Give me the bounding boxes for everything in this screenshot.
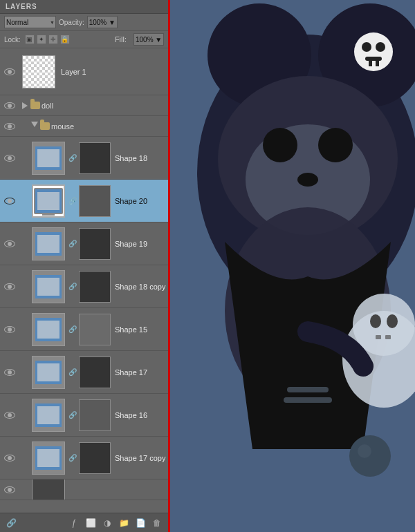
svg-point-11 bbox=[376, 42, 385, 52]
thumb-shape20 bbox=[30, 183, 66, 219]
thumbnail-shape18copy bbox=[32, 270, 65, 303]
eye-doll[interactable] bbox=[0, 102, 19, 109]
triangle-icon-doll[interactable] bbox=[22, 102, 28, 109]
screen-inner-shape18 bbox=[37, 149, 59, 167]
layer-row-shape16[interactable]: 🔗 Shape 16 bbox=[0, 394, 168, 437]
svg-rect-14 bbox=[376, 61, 379, 66]
layer-row-shape18copy[interactable]: 🔗 Shape 18 copy bbox=[0, 265, 168, 308]
opacity-box[interactable]: 100% ▼ bbox=[87, 16, 118, 28]
panel-header: LAYERS bbox=[0, 0, 168, 14]
eye-shape15[interactable] bbox=[0, 326, 19, 333]
layer-row-shape15[interactable]: 🔗 Shape 15 bbox=[0, 308, 168, 351]
eye-icon-partial[interactable] bbox=[4, 486, 15, 493]
thumb-shape17copy bbox=[30, 440, 66, 476]
lock-transparent-icon[interactable]: ▣ bbox=[25, 35, 35, 44]
svg-point-23 bbox=[358, 444, 371, 458]
eye-layer1[interactable] bbox=[0, 68, 19, 75]
eye-icon-shape19[interactable] bbox=[4, 240, 15, 247]
eye-icon-shape20[interactable] bbox=[4, 198, 15, 205]
layer-name-layer1: Layer 1 bbox=[58, 68, 168, 76]
eye-icon-shape17[interactable] bbox=[4, 369, 15, 376]
link-shape18copy: 🔗 bbox=[68, 283, 77, 290]
eye-shape17copy[interactable] bbox=[0, 455, 19, 462]
folder-doll bbox=[30, 102, 40, 109]
eye-icon-doll[interactable] bbox=[4, 102, 15, 109]
footer-left-icons: 🔗 bbox=[6, 517, 17, 529]
layer-row-shape19[interactable]: 🔗 Shape 19 bbox=[0, 222, 168, 265]
eye-icon-shape15[interactable] bbox=[4, 326, 15, 333]
thumb-shape15 bbox=[30, 312, 66, 348]
screen-shape17copy bbox=[34, 445, 63, 471]
svg-point-6 bbox=[263, 128, 297, 162]
screen-inner-shape19 bbox=[37, 235, 59, 253]
link-shape19: 🔗 bbox=[68, 240, 77, 247]
opacity-value[interactable]: 100% ▼ bbox=[87, 16, 118, 28]
layer-row-shape17copy[interactable]: 🔗 Shape 17 copy bbox=[0, 437, 168, 479]
mask-shape16 bbox=[79, 399, 111, 431]
link-layers-icon[interactable]: 🔗 bbox=[6, 517, 17, 529]
link-icon-shape19: 🔗 bbox=[68, 240, 77, 247]
mask-icon[interactable]: ⬜ bbox=[85, 517, 96, 529]
blend-opacity-row: Normal Multiply Screen Overlay Opacity: … bbox=[0, 14, 168, 31]
eye-icon-shape18[interactable] bbox=[4, 155, 15, 162]
svg-point-9 bbox=[354, 32, 393, 71]
eye-icon-shape16[interactable] bbox=[4, 412, 15, 419]
lock-all-icon[interactable]: 🔒 bbox=[60, 35, 70, 44]
layer-name-doll: doll bbox=[40, 102, 168, 110]
expand-mouse[interactable] bbox=[29, 122, 40, 131]
thumbnail-shape17copy bbox=[32, 441, 65, 475]
layer-row-shape17[interactable]: 🔗 Shape 17 bbox=[0, 351, 168, 394]
link-icon-shape18copy: 🔗 bbox=[68, 283, 77, 290]
layer-name-shape15: Shape 15 bbox=[112, 325, 168, 334]
lock-icons: ▣ ✦ ✛ 🔒 bbox=[25, 35, 70, 44]
screen-inner-shape16 bbox=[37, 406, 59, 424]
layer-row-mouse[interactable]: mouse bbox=[0, 116, 168, 137]
svg-point-19 bbox=[387, 314, 398, 328]
layer-row-layer1[interactable]: Layer 1 bbox=[0, 48, 168, 95]
delete-layer-icon[interactable]: 🗑 bbox=[151, 517, 163, 529]
fill-value[interactable]: 100% ▼ bbox=[133, 33, 164, 46]
layers-list[interactable]: Layer 1 doll bbox=[0, 48, 168, 513]
expand-doll[interactable] bbox=[19, 102, 30, 109]
layer-row-shape20[interactable]: 🔗 Shape 20 bbox=[0, 180, 168, 222]
mask-shape17copy bbox=[79, 442, 111, 474]
layer-row-doll[interactable]: doll bbox=[0, 95, 168, 116]
layer-row-shape18[interactable]: 🔗 Shape 18 bbox=[0, 137, 168, 180]
eye-shape18[interactable] bbox=[0, 155, 19, 162]
lock-fill-row: Lock: ▣ ✦ ✛ 🔒 Fill: 100% ▼ bbox=[0, 31, 168, 48]
eye-shape20[interactable] bbox=[0, 198, 19, 205]
canvas-area bbox=[169, 0, 415, 532]
group-icon[interactable]: 📁 bbox=[118, 517, 129, 529]
triangle-icon-mouse[interactable] bbox=[31, 122, 38, 131]
thumbnail-shape16 bbox=[32, 399, 65, 432]
layer-row-partial[interactable] bbox=[0, 479, 168, 500]
eye-icon-layer1[interactable] bbox=[4, 68, 15, 75]
eye-partial[interactable] bbox=[0, 486, 19, 493]
lock-image-icon[interactable]: ✦ bbox=[37, 35, 46, 44]
svg-rect-13 bbox=[369, 61, 372, 66]
link-shape20: 🔗 bbox=[68, 197, 77, 205]
screen-inner-shape20 bbox=[37, 192, 59, 210]
svg-rect-24 bbox=[287, 387, 329, 392]
screen-inner-shape15 bbox=[37, 321, 59, 339]
eye-shape17[interactable] bbox=[0, 369, 19, 376]
thumb-shape18copy bbox=[30, 269, 66, 305]
thumb-partial bbox=[30, 479, 66, 500]
screen-shape19 bbox=[34, 231, 63, 257]
eye-shape18copy[interactable] bbox=[0, 283, 19, 290]
adjustment-icon[interactable]: ◑ bbox=[102, 517, 113, 529]
eye-icon-shape18copy[interactable] bbox=[4, 283, 15, 290]
svg-point-8 bbox=[297, 173, 318, 187]
new-layer-icon[interactable]: 📄 bbox=[135, 517, 146, 529]
eye-icon-shape17copy[interactable] bbox=[4, 455, 15, 462]
eye-icon-mouse[interactable] bbox=[4, 123, 15, 130]
eye-mouse[interactable] bbox=[0, 123, 19, 130]
screen-shape16 bbox=[34, 402, 63, 428]
eye-shape16[interactable] bbox=[0, 412, 19, 419]
lock-position-icon[interactable]: ✛ bbox=[48, 35, 58, 44]
eye-shape19[interactable] bbox=[0, 240, 19, 247]
link-shape17: 🔗 bbox=[68, 368, 77, 376]
add-style-icon[interactable]: ƒ bbox=[68, 517, 80, 529]
blend-mode-select[interactable]: Normal Multiply Screen Overlay bbox=[4, 16, 56, 28]
blend-mode-wrapper[interactable]: Normal Multiply Screen Overlay bbox=[4, 16, 56, 28]
